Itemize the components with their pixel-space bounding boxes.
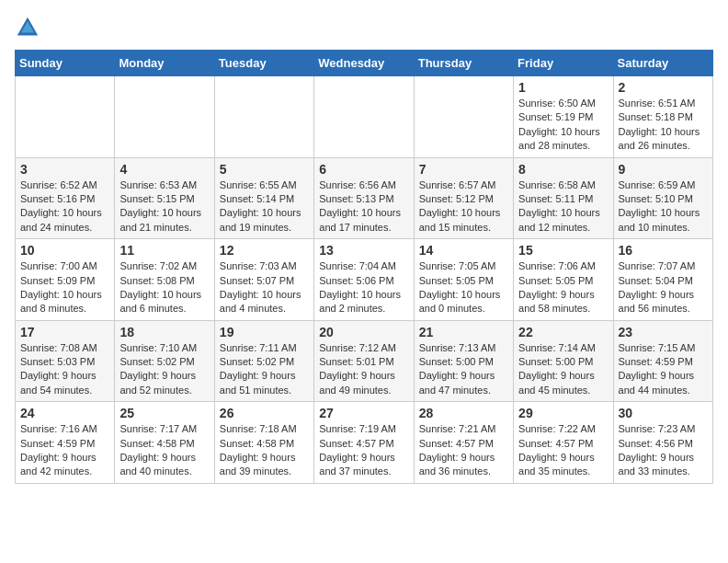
day-info: Sunrise: 7:08 AM Sunset: 5:03 PM Dayligh… — [20, 341, 109, 398]
weekday-header-monday: Monday — [115, 51, 214, 76]
day-number: 15 — [518, 243, 608, 258]
header — [15, 15, 713, 40]
calendar-cell: 24Sunrise: 7:16 AM Sunset: 4:59 PM Dayli… — [16, 402, 115, 484]
calendar-cell: 21Sunrise: 7:13 AM Sunset: 5:00 PM Dayli… — [414, 320, 513, 402]
day-number: 20 — [319, 325, 408, 339]
calendar-cell: 1Sunrise: 6:50 AM Sunset: 5:19 PM Daylig… — [514, 76, 613, 158]
day-info: Sunrise: 7:05 AM Sunset: 5:05 PM Dayligh… — [419, 259, 508, 316]
week-row-5: 24Sunrise: 7:16 AM Sunset: 4:59 PM Dayli… — [16, 402, 713, 484]
calendar-cell: 8Sunrise: 6:58 AM Sunset: 5:11 PM Daylig… — [514, 157, 613, 239]
day-info: Sunrise: 6:52 AM Sunset: 5:16 PM Dayligh… — [20, 178, 109, 236]
day-info: Sunrise: 7:02 AM Sunset: 5:08 PM Dayligh… — [119, 259, 209, 316]
weekday-header-tuesday: Tuesday — [214, 51, 313, 76]
weekday-header-friday: Friday — [514, 51, 613, 76]
calendar-cell: 10Sunrise: 7:00 AM Sunset: 5:09 PM Dayli… — [16, 239, 115, 321]
day-info: Sunrise: 7:03 AM Sunset: 5:07 PM Dayligh… — [220, 259, 309, 316]
day-number: 11 — [119, 243, 209, 258]
day-number: 2 — [619, 80, 708, 95]
calendar-cell: 25Sunrise: 7:17 AM Sunset: 4:58 PM Dayli… — [115, 402, 214, 484]
day-number: 29 — [518, 406, 608, 420]
day-number: 6 — [319, 162, 408, 177]
day-info: Sunrise: 7:22 AM Sunset: 4:57 PM Dayligh… — [518, 422, 608, 479]
calendar-cell: 5Sunrise: 6:55 AM Sunset: 5:14 PM Daylig… — [214, 157, 313, 239]
calendar-cell: 30Sunrise: 7:23 AM Sunset: 4:56 PM Dayli… — [613, 402, 712, 484]
day-info: Sunrise: 6:53 AM Sunset: 5:15 PM Dayligh… — [119, 178, 209, 236]
logo — [15, 15, 44, 40]
calendar-cell: 19Sunrise: 7:11 AM Sunset: 5:02 PM Dayli… — [214, 320, 313, 402]
day-info: Sunrise: 6:51 AM Sunset: 5:18 PM Dayligh… — [619, 97, 708, 154]
day-info: Sunrise: 7:21 AM Sunset: 4:57 PM Dayligh… — [419, 422, 508, 479]
day-number: 26 — [220, 406, 309, 420]
calendar-cell: 2Sunrise: 6:51 AM Sunset: 5:18 PM Daylig… — [613, 76, 712, 158]
calendar-cell: 23Sunrise: 7:15 AM Sunset: 4:59 PM Dayli… — [613, 320, 712, 402]
calendar-cell: 14Sunrise: 7:05 AM Sunset: 5:05 PM Dayli… — [414, 239, 513, 321]
day-number: 4 — [119, 162, 209, 177]
day-number: 17 — [20, 325, 109, 339]
logo-icon — [15, 15, 40, 40]
day-number: 24 — [20, 406, 109, 420]
calendar-cell: 15Sunrise: 7:06 AM Sunset: 5:05 PM Dayli… — [514, 239, 613, 321]
day-number: 27 — [319, 406, 408, 420]
calendar-cell: 16Sunrise: 7:07 AM Sunset: 5:04 PM Dayli… — [613, 239, 712, 321]
day-number: 13 — [319, 243, 408, 258]
calendar-cell: 4Sunrise: 6:53 AM Sunset: 5:15 PM Daylig… — [115, 157, 214, 239]
day-info: Sunrise: 7:11 AM Sunset: 5:02 PM Dayligh… — [220, 341, 309, 398]
calendar-cell — [115, 76, 214, 158]
calendar-cell: 12Sunrise: 7:03 AM Sunset: 5:07 PM Dayli… — [214, 239, 313, 321]
calendar-table: SundayMondayTuesdayWednesdayThursdayFrid… — [15, 50, 713, 484]
day-info: Sunrise: 6:50 AM Sunset: 5:19 PM Dayligh… — [518, 97, 608, 154]
calendar-cell: 3Sunrise: 6:52 AM Sunset: 5:16 PM Daylig… — [16, 157, 115, 239]
calendar-cell: 26Sunrise: 7:18 AM Sunset: 4:58 PM Dayli… — [214, 402, 313, 484]
week-row-1: 1Sunrise: 6:50 AM Sunset: 5:19 PM Daylig… — [16, 76, 713, 158]
day-info: Sunrise: 7:23 AM Sunset: 4:56 PM Dayligh… — [619, 422, 708, 479]
week-row-4: 17Sunrise: 7:08 AM Sunset: 5:03 PM Dayli… — [16, 320, 713, 402]
day-number: 3 — [20, 162, 109, 177]
calendar-cell: 7Sunrise: 6:57 AM Sunset: 5:12 PM Daylig… — [414, 157, 513, 239]
day-number: 30 — [619, 406, 708, 420]
day-info: Sunrise: 6:58 AM Sunset: 5:11 PM Dayligh… — [518, 178, 608, 236]
day-number: 1 — [518, 80, 608, 95]
day-number: 14 — [419, 243, 508, 258]
calendar-cell: 6Sunrise: 6:56 AM Sunset: 5:13 PM Daylig… — [314, 157, 414, 239]
day-info: Sunrise: 7:04 AM Sunset: 5:06 PM Dayligh… — [319, 259, 408, 316]
day-number: 10 — [20, 243, 109, 258]
day-info: Sunrise: 6:55 AM Sunset: 5:14 PM Dayligh… — [220, 178, 309, 236]
day-info: Sunrise: 7:13 AM Sunset: 5:00 PM Dayligh… — [419, 341, 508, 398]
day-info: Sunrise: 7:10 AM Sunset: 5:02 PM Dayligh… — [119, 341, 209, 398]
weekday-header-thursday: Thursday — [414, 51, 513, 76]
weekday-header-row: SundayMondayTuesdayWednesdayThursdayFrid… — [16, 51, 713, 76]
calendar-cell: 20Sunrise: 7:12 AM Sunset: 5:01 PM Dayli… — [314, 320, 414, 402]
day-number: 21 — [419, 325, 508, 339]
calendar-cell: 28Sunrise: 7:21 AM Sunset: 4:57 PM Dayli… — [414, 402, 513, 484]
day-number: 25 — [119, 406, 209, 420]
day-number: 22 — [518, 325, 608, 339]
calendar-cell: 27Sunrise: 7:19 AM Sunset: 4:57 PM Dayli… — [314, 402, 414, 484]
calendar-cell: 18Sunrise: 7:10 AM Sunset: 5:02 PM Dayli… — [115, 320, 214, 402]
day-info: Sunrise: 7:17 AM Sunset: 4:58 PM Dayligh… — [119, 422, 209, 479]
calendar-cell: 11Sunrise: 7:02 AM Sunset: 5:08 PM Dayli… — [115, 239, 214, 321]
week-row-3: 10Sunrise: 7:00 AM Sunset: 5:09 PM Dayli… — [16, 239, 713, 321]
calendar-cell — [16, 76, 115, 158]
calendar-cell — [214, 76, 313, 158]
weekday-header-saturday: Saturday — [613, 51, 712, 76]
calendar-body: 1Sunrise: 6:50 AM Sunset: 5:19 PM Daylig… — [16, 76, 713, 484]
weekday-header-sunday: Sunday — [16, 51, 115, 76]
day-info: Sunrise: 7:15 AM Sunset: 4:59 PM Dayligh… — [619, 341, 708, 398]
day-number: 23 — [619, 325, 708, 339]
calendar-cell — [414, 76, 513, 158]
day-info: Sunrise: 6:56 AM Sunset: 5:13 PM Dayligh… — [319, 178, 408, 236]
day-info: Sunrise: 7:19 AM Sunset: 4:57 PM Dayligh… — [319, 422, 408, 479]
day-info: Sunrise: 7:12 AM Sunset: 5:01 PM Dayligh… — [319, 341, 408, 398]
day-info: Sunrise: 7:18 AM Sunset: 4:58 PM Dayligh… — [220, 422, 309, 479]
day-number: 16 — [619, 243, 708, 258]
day-number: 28 — [419, 406, 508, 420]
day-number: 12 — [220, 243, 309, 258]
day-number: 7 — [419, 162, 508, 177]
calendar-cell: 17Sunrise: 7:08 AM Sunset: 5:03 PM Dayli… — [16, 320, 115, 402]
day-info: Sunrise: 7:00 AM Sunset: 5:09 PM Dayligh… — [20, 259, 109, 316]
day-number: 19 — [220, 325, 309, 339]
day-number: 5 — [220, 162, 309, 177]
day-info: Sunrise: 7:07 AM Sunset: 5:04 PM Dayligh… — [619, 259, 708, 316]
calendar-cell: 13Sunrise: 7:04 AM Sunset: 5:06 PM Dayli… — [314, 239, 414, 321]
day-info: Sunrise: 6:57 AM Sunset: 5:12 PM Dayligh… — [419, 178, 508, 236]
